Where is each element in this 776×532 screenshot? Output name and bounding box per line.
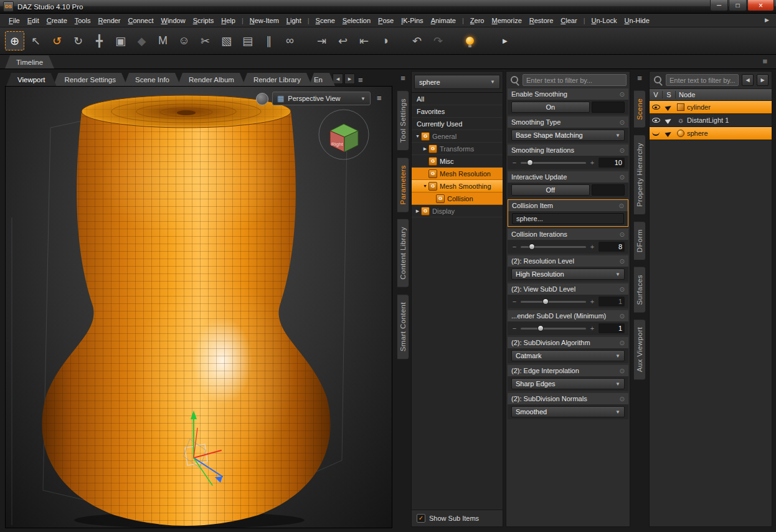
visibility-eye-icon[interactable] — [652, 118, 660, 123]
property-dropdown[interactable]: Sharp Edges▼ — [511, 378, 625, 389]
node-selection-tool[interactable]: ↖ — [26, 31, 45, 50]
menu-item[interactable]: IK-Pins — [397, 16, 427, 26]
viewport-tab[interactable]: En — [309, 73, 335, 86]
selectability-cursor-icon[interactable] — [665, 116, 672, 124]
menu-item[interactable]: Window — [158, 16, 189, 26]
menu-item[interactable]: Restore — [526, 16, 557, 26]
slider-decrement-button[interactable]: − — [511, 159, 518, 166]
expand-arrow-icon[interactable]: ▼ — [414, 134, 421, 138]
expand-arrow-icon[interactable]: ▼ — [422, 184, 428, 188]
slider-handle[interactable] — [529, 244, 535, 250]
slider-track[interactable] — [521, 301, 586, 303]
menu-item[interactable]: Scene — [312, 16, 339, 26]
gear-icon[interactable]: ⊙ — [620, 174, 625, 181]
slider-decrement-button[interactable]: − — [511, 298, 518, 305]
slider-track[interactable] — [521, 246, 586, 248]
translate-tool[interactable]: ╋ — [90, 31, 109, 50]
viewport-tab[interactable]: Viewport — [6, 73, 57, 86]
parameter-group-item[interactable]: G Collision — [412, 192, 503, 205]
pane-tab[interactable]: Smart Content — [397, 294, 409, 359]
geometry-editor-tool[interactable]: ✂ — [196, 31, 215, 50]
viewport-tab[interactable]: Render Library — [242, 73, 312, 86]
viewport-canvas[interactable]: Right ▦ Perspective View ▼ ≡ — [5, 86, 392, 528]
universal-manipulator-tool[interactable]: ⊕ — [5, 31, 24, 50]
node-selector-dropdown[interactable]: sphere ▼ — [414, 75, 500, 89]
gear-icon[interactable]: ⊙ — [620, 147, 625, 154]
viewport-options-icon[interactable]: ≡ — [377, 93, 382, 103]
weight-map-brush-tool[interactable]: ∥ — [259, 31, 278, 50]
slider-decrement-button[interactable]: − — [511, 325, 518, 332]
expand-arrow-icon[interactable]: ▶ — [422, 146, 428, 151]
tab-scroll-right-button[interactable]: ▶ — [344, 74, 355, 84]
minimize-button[interactable]: ─ — [710, 0, 728, 11]
gear-icon[interactable]: ⊙ — [620, 231, 625, 238]
slider-increment-button[interactable]: + — [589, 325, 595, 332]
pane-tab[interactable]: DForm — [633, 221, 646, 260]
menu-item[interactable]: Edit — [24, 16, 43, 26]
viewport-tab[interactable]: Render Album — [177, 73, 245, 86]
expand-arrow-icon[interactable]: ▶ — [414, 209, 421, 214]
menu-item[interactable]: New-Item — [246, 16, 283, 26]
menu-item[interactable]: Tools — [71, 16, 95, 26]
slider-increment-button[interactable]: + — [589, 159, 595, 166]
slider-handle[interactable] — [527, 159, 533, 166]
property-dropdown[interactable]: Smoothed▼ — [511, 406, 625, 417]
menu-item[interactable]: Scripts — [189, 16, 218, 26]
selectability-cursor-icon[interactable] — [665, 130, 672, 137]
properties-filter-input[interactable] — [523, 74, 627, 86]
toolbar-more-icon[interactable]: ▶ — [503, 37, 508, 44]
gear-icon[interactable]: ⊙ — [620, 258, 625, 265]
scene-filter-input[interactable] — [666, 74, 739, 86]
rotate-tool[interactable]: ↻ — [69, 31, 88, 50]
column-node[interactable]: Node — [676, 91, 772, 98]
menu-item[interactable]: Selection — [339, 16, 374, 26]
gear-icon[interactable]: ⊙ — [619, 202, 624, 209]
pane-tab[interactable]: Surfaces — [633, 267, 646, 313]
scene-nav-back-button[interactable]: ◀ — [742, 74, 754, 86]
viewport-tab[interactable]: Render Settings — [54, 73, 127, 86]
toggle-button[interactable]: On — [511, 102, 590, 113]
gear-icon[interactable]: ⊙ — [620, 313, 625, 320]
panel-menu-icon[interactable]: ≡ — [637, 74, 642, 83]
view-mode-dropdown[interactable]: ▦ Perspective View ▼ — [272, 92, 371, 105]
menu-item[interactable]: Un-Hide — [620, 16, 653, 26]
surface-selection-tool[interactable]: ▤ — [238, 31, 257, 50]
slider-increment-button[interactable]: + — [589, 298, 595, 305]
panel-menu-icon[interactable]: ≡ — [358, 75, 363, 85]
visibility-eye-icon[interactable] — [652, 131, 660, 136]
menu-item[interactable]: Zero — [466, 16, 488, 26]
parameter-group-item[interactable]: Favorites — [412, 105, 503, 118]
slider-value[interactable]: 10 — [599, 158, 625, 168]
redo-button[interactable]: ↷ — [428, 31, 448, 50]
gear-icon[interactable]: ⊙ — [620, 91, 625, 98]
gear-icon[interactable]: ⊙ — [620, 396, 625, 402]
menu-item[interactable]: Pose — [374, 16, 397, 26]
menu-item[interactable]: File — [5, 16, 24, 26]
panel-menu-icon[interactable]: ≡ — [400, 74, 405, 83]
slider-handle[interactable] — [542, 298, 549, 305]
powerpose-tool[interactable]: ☺ — [174, 31, 194, 50]
slider-value[interactable]: 1 — [599, 323, 625, 333]
gear-icon[interactable]: ⊙ — [620, 119, 625, 126]
show-sub-items-checkbox[interactable]: ✓ — [417, 514, 425, 523]
menu-overflow-icon[interactable]: ▶ — [765, 17, 769, 23]
selectability-cursor-icon[interactable] — [665, 103, 672, 111]
toggle-button[interactable]: Off — [511, 184, 590, 196]
measure-tool[interactable]: M — [153, 31, 173, 50]
import-button[interactable]: ⇥ — [312, 31, 331, 50]
parameter-group-item[interactable]: Currently Used — [412, 118, 503, 130]
panel-menu-icon[interactable]: ≡ — [762, 57, 767, 66]
slider-value[interactable]: 8 — [599, 242, 625, 252]
slider-track[interactable] — [521, 162, 586, 164]
perspective-marker-tool[interactable]: ◆ — [132, 31, 151, 50]
gear-icon[interactable]: ⊙ — [620, 340, 625, 346]
column-selectability[interactable]: S — [663, 91, 676, 98]
slider-value[interactable]: 1 — [599, 297, 625, 306]
viewport-tab[interactable]: Scene Info — [124, 73, 181, 86]
tab-timeline[interactable]: Timeline — [5, 55, 54, 69]
property-dropdown[interactable]: Base Shape Matching▼ — [511, 130, 625, 141]
orbit-tool[interactable]: ↺ — [47, 31, 67, 50]
parameter-group-item[interactable]: All — [412, 93, 503, 105]
scale-tool[interactable]: ▣ — [111, 31, 130, 50]
menu-item[interactable]: Help — [217, 16, 239, 26]
